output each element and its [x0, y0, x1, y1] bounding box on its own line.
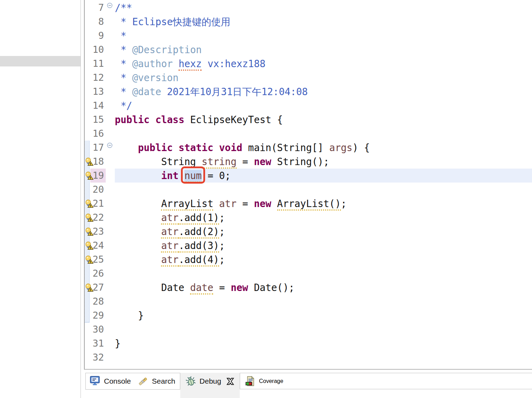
code-line: 22 atr.add(1); — [85, 211, 532, 225]
annotation-ruler-cell — [85, 266, 90, 280]
annotation-ruler-cell — [85, 85, 90, 99]
code-line: 19 int num = 0; — [85, 169, 532, 183]
warning-lightbulb-icon[interactable] — [85, 283, 93, 292]
code-text: atr.add(4); — [115, 253, 532, 266]
fold-ruler-cell — [106, 1, 115, 15]
annotation-ruler-cell — [85, 294, 90, 308]
tab-coverage[interactable]: Coverage — [240, 373, 532, 389]
line-number: 14 — [90, 99, 106, 113]
fold-ruler-cell — [106, 322, 115, 336]
left-panel-selected-row[interactable] — [0, 56, 80, 66]
code-text — [115, 294, 532, 308]
annotation-ruler-cell — [85, 350, 90, 364]
code-text — [115, 350, 532, 364]
code-line: 20 — [85, 183, 532, 197]
code-line: 23 atr.add(2); — [85, 225, 532, 239]
code-line: 9 * — [85, 29, 532, 43]
fold-ruler-cell — [106, 183, 115, 197]
annotation-ruler-cell — [85, 225, 90, 239]
line-number: 26 — [90, 266, 106, 280]
annotation-ruler-cell — [85, 99, 90, 113]
code-line: 32 — [85, 350, 532, 364]
code-text: int num = 0; — [115, 169, 532, 183]
console-icon — [90, 376, 100, 386]
code-text — [115, 322, 532, 336]
code-text: /** — [115, 1, 532, 15]
tab-search[interactable]: Search — [138, 376, 175, 386]
code-line: 17 public static void main(String[] args… — [85, 141, 532, 155]
code-text: atr.add(1); — [115, 211, 532, 225]
annotation-red-box: num — [184, 169, 202, 183]
annotation-ruler-cell — [85, 71, 90, 85]
fold-ruler-cell — [106, 211, 115, 225]
line-number: 10 — [90, 43, 106, 57]
line-number: 28 — [90, 294, 106, 308]
fold-ruler-cell — [106, 85, 115, 99]
code-text: Date date = new Date(); — [115, 280, 532, 294]
code-text: * @date 2021年10月31日下午12:04:08 — [115, 85, 532, 99]
code-text: * @author hexz vx:hexz188 — [115, 57, 532, 71]
code-line: 26 — [85, 266, 532, 280]
line-number: 20 — [90, 183, 106, 197]
annotation-ruler-cell — [85, 239, 90, 253]
fold-ruler-cell — [106, 239, 115, 253]
eclipse-window: 7/**8 * Eclipse快捷键的使用9 *10 * @Descriptio… — [0, 0, 532, 398]
code-area: 7/**8 * Eclipse快捷键的使用9 *10 * @Descriptio… — [85, 1, 532, 364]
annotation-ruler-cell — [85, 1, 90, 15]
close-icon[interactable] — [226, 378, 234, 385]
tab-search-label: Search — [152, 377, 175, 385]
annotation-ruler-cell — [85, 336, 90, 350]
code-text — [115, 183, 532, 197]
annotation-ruler-cell — [85, 197, 90, 211]
annotation-ruler-cell — [85, 155, 90, 169]
code-line: 8 * Eclipse快捷键的使用 — [85, 15, 532, 29]
code-line: 12 * @version — [85, 71, 532, 85]
fold-ruler-cell — [106, 336, 115, 350]
fold-ruler-cell — [106, 99, 115, 113]
code-text: public class EclipseKeyTest { — [115, 113, 532, 127]
line-number: 29 — [90, 308, 106, 322]
warning-lightbulb-icon[interactable] — [85, 227, 93, 236]
annotation-ruler-cell — [85, 211, 90, 225]
fold-ruler-cell — [106, 169, 115, 183]
warning-lightbulb-icon[interactable] — [85, 171, 93, 180]
tab-debug[interactable]: Debug — [180, 373, 240, 398]
line-number: 11 — [90, 57, 106, 71]
line-number: 16 — [90, 127, 106, 141]
code-text: * @Description — [115, 43, 532, 57]
code-line: 21 ArrayList atr = new ArrayList(); — [85, 197, 532, 211]
fold-ruler-cell — [106, 57, 115, 71]
fold-ruler-cell — [106, 350, 115, 364]
code-line: 24 atr.add(3); — [85, 239, 532, 253]
java-editor[interactable]: 7/**8 * Eclipse快捷键的使用9 *10 * @Descriptio… — [84, 0, 532, 370]
warning-lightbulb-icon[interactable] — [85, 213, 93, 222]
line-number: 17 — [90, 141, 106, 155]
annotation-ruler-cell — [85, 322, 90, 336]
warning-lightbulb-icon[interactable] — [85, 199, 93, 208]
code-line: 25 atr.add(4); — [85, 253, 532, 266]
code-text: } — [115, 336, 532, 350]
code-line: 11 * @author hexz vx:hexz188 — [85, 57, 532, 71]
code-text: atr.add(2); — [115, 225, 532, 239]
coverage-icon — [245, 376, 255, 386]
code-line: 7/** — [85, 1, 532, 15]
collapse-minus-icon[interactable] — [107, 142, 113, 148]
code-text: * — [115, 29, 532, 43]
code-line: 29 } — [85, 308, 532, 322]
code-line: 15public class EclipseKeyTest { — [85, 113, 532, 127]
panel-separator[interactable] — [80, 0, 81, 398]
tab-console[interactable]: Console — [90, 376, 131, 386]
fold-ruler-cell — [106, 294, 115, 308]
fold-ruler-cell — [106, 308, 115, 322]
fold-ruler-cell — [106, 43, 115, 57]
fold-ruler-cell — [106, 155, 115, 169]
warning-lightbulb-icon[interactable] — [85, 255, 93, 264]
line-number: 12 — [90, 71, 106, 85]
warning-lightbulb-icon[interactable] — [85, 241, 93, 250]
fold-ruler-cell — [106, 225, 115, 239]
warning-lightbulb-icon[interactable] — [85, 157, 93, 166]
code-text: public static void main(String[] args) { — [115, 141, 532, 155]
annotation-ruler-cell — [85, 280, 90, 294]
code-line: 14 */ — [85, 99, 532, 113]
collapse-minus-icon[interactable] — [107, 2, 113, 8]
